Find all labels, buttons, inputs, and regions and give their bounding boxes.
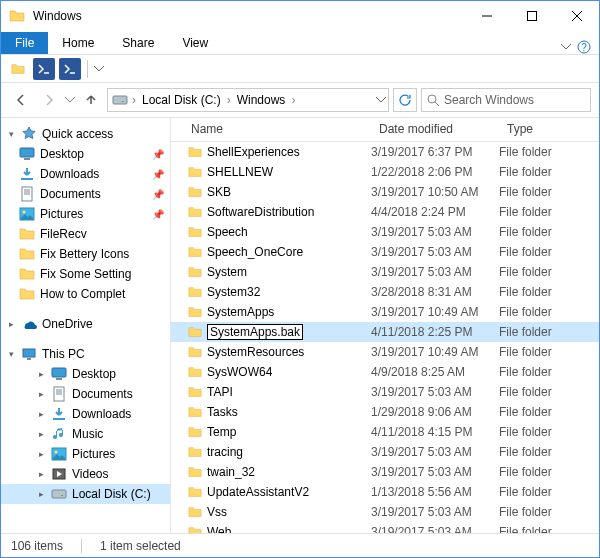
chevron-right-icon[interactable]: ▸ bbox=[37, 449, 46, 459]
table-row[interactable]: SKB3/19/2017 10:50 AMFile folder bbox=[171, 182, 599, 202]
desktop-icon bbox=[19, 146, 35, 162]
chevron-right-icon[interactable]: › bbox=[225, 93, 233, 107]
table-row[interactable]: System3/19/2017 5:03 AMFile folder bbox=[171, 262, 599, 282]
table-row[interactable]: System323/28/2018 8:31 AMFile folder bbox=[171, 282, 599, 302]
file-date: 4/9/2018 8:25 AM bbox=[371, 365, 499, 379]
tab-file[interactable]: File bbox=[1, 32, 48, 54]
tab-share[interactable]: Share bbox=[108, 32, 168, 54]
close-button[interactable] bbox=[554, 1, 599, 31]
nav-item[interactable]: ▸Videos bbox=[1, 464, 170, 484]
window-title: Windows bbox=[33, 9, 464, 23]
breadcrumb-root-icon[interactable] bbox=[112, 92, 128, 108]
tab-home[interactable]: Home bbox=[48, 32, 108, 54]
chevron-right-icon[interactable]: ▸ bbox=[37, 409, 46, 419]
table-row[interactable]: twain_323/19/2017 5:03 AMFile folder bbox=[171, 462, 599, 482]
refresh-button[interactable] bbox=[393, 88, 417, 112]
table-row[interactable]: SystemApps3/19/2017 10:49 AMFile folder bbox=[171, 302, 599, 322]
nav-item[interactable]: ▸Desktop bbox=[1, 364, 170, 384]
nav-item[interactable]: How to Complet bbox=[1, 284, 170, 304]
chevron-right-icon[interactable]: ▸ bbox=[37, 489, 46, 499]
qat-dropdown-icon[interactable] bbox=[94, 66, 104, 72]
nav-item[interactable]: ▸Music bbox=[1, 424, 170, 444]
table-row[interactable]: Vss3/19/2017 5:03 AMFile folder bbox=[171, 502, 599, 522]
table-row[interactable]: TAPI3/19/2017 5:03 AMFile folder bbox=[171, 382, 599, 402]
column-name[interactable]: Name bbox=[171, 118, 371, 141]
folder-icon bbox=[187, 385, 203, 399]
chevron-down-icon[interactable]: ▾ bbox=[7, 129, 16, 139]
table-row[interactable]: Web3/19/2017 5:03 AMFile folder bbox=[171, 522, 599, 533]
table-row[interactable]: Temp4/11/2018 4:15 PMFile folder bbox=[171, 422, 599, 442]
crumb-localdisk[interactable]: Local Disk (C:) bbox=[138, 93, 225, 107]
chevron-right-icon[interactable]: ▸ bbox=[37, 369, 46, 379]
file-name[interactable]: SystemApps.bak bbox=[207, 324, 303, 340]
chevron-down-icon[interactable]: ▾ bbox=[7, 349, 16, 359]
forward-button[interactable] bbox=[37, 88, 61, 112]
nav-item[interactable]: Desktop📌 bbox=[1, 144, 170, 164]
breadcrumb[interactable]: › Local Disk (C:) › Windows › bbox=[107, 88, 389, 112]
qat-powershell-icon[interactable] bbox=[33, 58, 55, 80]
nav-item[interactable]: Documents📌 bbox=[1, 184, 170, 204]
table-row[interactable]: Speech_OneCore3/19/2017 5:03 AMFile fold… bbox=[171, 242, 599, 262]
back-button[interactable] bbox=[9, 88, 33, 112]
file-type: File folder bbox=[499, 265, 599, 279]
table-row[interactable]: SystemApps.bak4/11/2018 2:25 PMFile fold… bbox=[171, 322, 599, 342]
nav-item[interactable]: Fix Some Setting bbox=[1, 264, 170, 284]
qat-powershell-admin-icon[interactable] bbox=[59, 58, 81, 80]
crumb-windows[interactable]: Windows bbox=[233, 93, 290, 107]
table-row[interactable]: ShellExperiences3/19/2017 6:37 PMFile fo… bbox=[171, 142, 599, 162]
file-name: SystemResources bbox=[207, 345, 304, 359]
file-name: SHELLNEW bbox=[207, 165, 273, 179]
table-row[interactable]: SysWOW644/9/2018 8:25 AMFile folder bbox=[171, 362, 599, 382]
nav-item[interactable]: ▸Downloads bbox=[1, 404, 170, 424]
table-row[interactable]: Speech3/19/2017 5:03 AMFile folder bbox=[171, 222, 599, 242]
nav-item[interactable]: Pictures📌 bbox=[1, 204, 170, 224]
nav-this-pc[interactable]: ▾ This PC bbox=[1, 344, 170, 364]
qat-newfolder-icon[interactable] bbox=[7, 58, 29, 80]
table-row[interactable]: SoftwareDistribution4/4/2018 2:24 PMFile… bbox=[171, 202, 599, 222]
nav-item[interactable]: ▸Documents bbox=[1, 384, 170, 404]
file-date: 1/22/2018 2:06 PM bbox=[371, 165, 499, 179]
nav-item[interactable]: Fix Bettery Icons bbox=[1, 244, 170, 264]
file-name: ShellExperiences bbox=[207, 145, 300, 159]
nav-item[interactable]: ▸Local Disk (C:) bbox=[1, 484, 170, 504]
file-name: Speech_OneCore bbox=[207, 245, 303, 259]
chevron-right-icon[interactable]: ▸ bbox=[7, 319, 16, 329]
column-headers[interactable]: Name Date modified Type bbox=[171, 118, 599, 142]
chevron-right-icon[interactable]: ▸ bbox=[37, 389, 46, 399]
search-input[interactable]: Search Windows bbox=[421, 88, 591, 112]
nav-item[interactable]: ▸Pictures bbox=[1, 444, 170, 464]
breadcrumb-dropdown-icon[interactable] bbox=[376, 97, 386, 103]
file-name: SKB bbox=[207, 185, 231, 199]
pin-icon: 📌 bbox=[152, 189, 164, 200]
nav-quick-access[interactable]: ▾ Quick access bbox=[1, 124, 170, 144]
folder-icon bbox=[187, 145, 203, 159]
history-dropdown-icon[interactable] bbox=[65, 97, 75, 103]
ribbon-expand-icon[interactable] bbox=[561, 44, 571, 50]
maximize-button[interactable] bbox=[509, 1, 554, 31]
navigation-pane[interactable]: ▾ Quick access Desktop📌Downloads📌Documen… bbox=[1, 118, 171, 533]
table-row[interactable]: Tasks1/29/2018 9:06 AMFile folder bbox=[171, 402, 599, 422]
disk-icon bbox=[51, 486, 67, 502]
column-date[interactable]: Date modified bbox=[371, 118, 499, 141]
folder-icon bbox=[187, 425, 203, 439]
nav-onedrive[interactable]: ▸ OneDrive bbox=[1, 314, 170, 334]
chevron-right-icon[interactable]: ▸ bbox=[37, 469, 46, 479]
file-type: File folder bbox=[499, 465, 599, 479]
table-row[interactable]: SystemResources3/19/2017 10:49 AMFile fo… bbox=[171, 342, 599, 362]
table-row[interactable]: tracing3/19/2017 5:03 AMFile folder bbox=[171, 442, 599, 462]
table-row[interactable]: UpdateAssistantV21/13/2018 5:56 AMFile f… bbox=[171, 482, 599, 502]
chevron-right-icon[interactable]: › bbox=[289, 93, 297, 107]
file-type: File folder bbox=[499, 305, 599, 319]
chevron-right-icon[interactable]: › bbox=[130, 93, 138, 107]
help-icon[interactable]: ? bbox=[577, 40, 591, 54]
table-row[interactable]: SHELLNEW1/22/2018 2:06 PMFile folder bbox=[171, 162, 599, 182]
up-button[interactable] bbox=[79, 88, 103, 112]
chevron-right-icon[interactable]: ▸ bbox=[37, 429, 46, 439]
column-type[interactable]: Type bbox=[499, 118, 599, 141]
file-rows[interactable]: ShellExperiences3/19/2017 6:37 PMFile fo… bbox=[171, 142, 599, 533]
tab-view[interactable]: View bbox=[168, 32, 222, 54]
nav-item[interactable]: FileRecv bbox=[1, 224, 170, 244]
titlebar[interactable]: Windows bbox=[1, 1, 599, 31]
minimize-button[interactable] bbox=[464, 1, 509, 31]
nav-item[interactable]: Downloads📌 bbox=[1, 164, 170, 184]
